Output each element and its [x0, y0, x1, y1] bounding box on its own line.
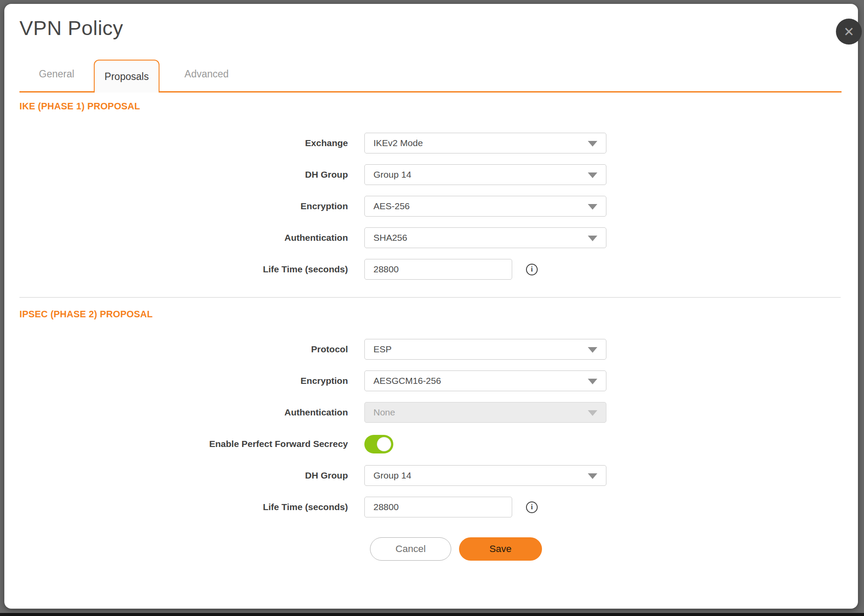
page-bottom-edge — [0, 613, 864, 616]
chevron-down-icon — [588, 141, 597, 147]
protocol-select[interactable]: ESP — [364, 339, 606, 360]
ike-encryption-row: Encryption AES-256 — [4, 196, 858, 217]
ike-authentication-label: Authentication — [4, 233, 348, 243]
vpn-policy-dialog: ✕ VPN Policy General Proposals Advanced … — [4, 4, 858, 609]
info-icon[interactable]: i — [526, 264, 538, 275]
ipsec-life-time-input[interactable] — [364, 497, 512, 517]
ipsec-section-title: IPSEC (PHASE 2) PROPOSAL — [19, 309, 858, 320]
ipsec-life-time-row: Life Time (seconds) i — [4, 497, 858, 517]
pfs-label: Enable Perfect Forward Secrecy — [4, 439, 348, 449]
ike-life-time-row: Life Time (seconds) i — [4, 259, 858, 280]
protocol-row: Protocol ESP — [4, 339, 858, 360]
close-icon: ✕ — [843, 24, 854, 39]
ipsec-encryption-value: AESGCM16-256 — [373, 376, 441, 386]
ike-encryption-select[interactable]: AES-256 — [364, 196, 606, 217]
cancel-button[interactable]: Cancel — [370, 537, 451, 561]
tab-bar: General Proposals Advanced — [19, 59, 842, 93]
exchange-select[interactable]: IKEv2 Mode — [364, 133, 606, 153]
ike-life-time-label: Life Time (seconds) — [4, 264, 348, 274]
ipsec-dh-group-value: Group 14 — [373, 470, 411, 481]
ike-encryption-label: Encryption — [4, 201, 348, 211]
info-icon[interactable]: i — [526, 501, 538, 513]
ipsec-dh-group-label: DH Group — [4, 470, 348, 481]
ipsec-encryption-row: Encryption AESGCM16-256 — [4, 370, 858, 391]
ipsec-authentication-value: None — [373, 407, 395, 418]
ike-dh-group-value: Group 14 — [373, 169, 411, 180]
pfs-row: Enable Perfect Forward Secrecy — [4, 434, 858, 454]
ike-authentication-row: Authentication SHA256 — [4, 227, 858, 248]
protocol-value: ESP — [373, 344, 392, 354]
protocol-label: Protocol — [4, 344, 348, 354]
chevron-down-icon — [588, 379, 597, 384]
chevron-down-icon — [588, 172, 597, 178]
chevron-down-icon — [588, 473, 597, 479]
ipsec-authentication-row: Authentication None — [4, 402, 858, 423]
ipsec-life-time-label: Life Time (seconds) — [4, 502, 348, 512]
ipsec-encryption-select[interactable]: AESGCM16-256 — [364, 370, 606, 391]
ike-authentication-select[interactable]: SHA256 — [364, 227, 606, 248]
ipsec-dh-group-row: DH Group Group 14 — [4, 465, 858, 486]
toggle-knob — [377, 437, 391, 451]
save-button[interactable]: Save — [459, 537, 542, 561]
tab-advanced[interactable]: Advanced — [166, 68, 248, 91]
exchange-row: Exchange IKEv2 Mode — [4, 133, 858, 153]
ike-authentication-value: SHA256 — [373, 233, 407, 243]
ike-encryption-value: AES-256 — [373, 201, 410, 211]
dialog-actions: Cancel Save — [370, 537, 858, 561]
ipsec-encryption-label: Encryption — [4, 376, 348, 386]
page-title: VPN Policy — [4, 4, 858, 40]
section-divider — [19, 297, 841, 298]
ike-dh-group-label: DH Group — [4, 169, 348, 180]
exchange-label: Exchange — [4, 138, 348, 148]
ipsec-dh-group-select[interactable]: Group 14 — [364, 465, 606, 486]
ike-section-title: IKE (PHASE 1) PROPOSAL — [19, 101, 858, 112]
ipsec-authentication-label: Authentication — [4, 407, 348, 418]
ike-life-time-input[interactable] — [364, 259, 512, 280]
chevron-down-icon — [588, 204, 597, 210]
pfs-toggle[interactable] — [364, 435, 393, 453]
tab-general[interactable]: General — [19, 68, 94, 91]
ike-dh-group-select[interactable]: Group 14 — [364, 164, 606, 185]
close-button[interactable]: ✕ — [836, 19, 862, 45]
exchange-value: IKEv2 Mode — [373, 138, 423, 148]
ike-dh-group-row: DH Group Group 14 — [4, 164, 858, 185]
chevron-down-icon — [588, 347, 597, 353]
chevron-down-icon — [588, 410, 597, 416]
chevron-down-icon — [588, 236, 597, 241]
tab-proposals[interactable]: Proposals — [94, 60, 159, 93]
ipsec-authentication-select: None — [364, 402, 606, 423]
